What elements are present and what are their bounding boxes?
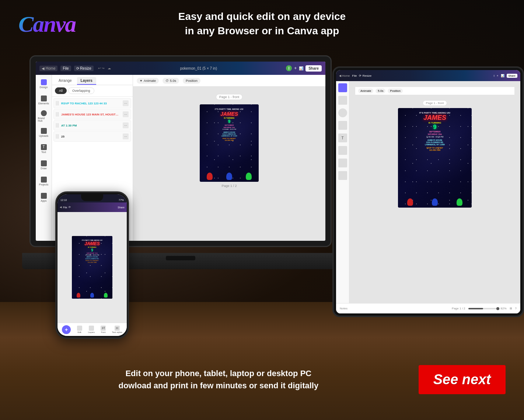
position-btn[interactable]: Position xyxy=(183,78,200,84)
tablet-animate-btn[interactable]: Animate xyxy=(358,88,373,93)
tablet-draw-icon[interactable] xyxy=(338,146,347,155)
layer-item-3[interactable]: AT 1:30 PM ⋯ xyxy=(53,120,131,131)
tablet-apps-icon[interactable] xyxy=(338,171,347,180)
tablet-home-btn[interactable]: ◀ Home xyxy=(339,74,350,77)
help-icon[interactable]: ? xyxy=(515,307,517,310)
layer-more-3[interactable]: ⋯ xyxy=(123,122,129,128)
file-btn[interactable]: File xyxy=(60,66,71,71)
tablet-share-btn[interactable]: Share xyxy=(507,74,517,78)
see-next-button[interactable]: See next xyxy=(419,365,506,394)
layer-more-4[interactable]: ⋯ xyxy=(123,133,129,139)
phone-edit-btn[interactable]: Edit xyxy=(77,326,82,333)
tablet-design-icon[interactable] xyxy=(338,83,347,92)
animate-icon: ✦ xyxy=(140,79,143,83)
phone-home[interactable]: ◀ xyxy=(60,206,62,209)
phone-share[interactable]: Share xyxy=(118,206,125,209)
sidebar-brandhub[interactable]: Brand Hub xyxy=(38,110,50,122)
drag-handle xyxy=(56,112,59,117)
sidebar-elements[interactable]: Elements xyxy=(38,94,50,106)
resize-btn[interactable]: ⟳ Resize xyxy=(74,66,94,71)
bottom-line2: dowload and print in few minutes or send… xyxy=(18,379,419,392)
home-btn[interactable]: ◀ Home xyxy=(39,66,57,71)
phone-char-green xyxy=(104,293,108,298)
tablet-char-green xyxy=(457,198,462,206)
sidebar-apps-label: Apps xyxy=(41,199,47,202)
chart-btn[interactable]: 📊 xyxy=(299,66,303,70)
progress-bar xyxy=(468,308,498,309)
document-title: pokemon_01 (5 × 7 in) xyxy=(180,66,217,70)
sidebar-brandhub-label: Brand Hub xyxy=(38,117,50,122)
sidebar-projects[interactable]: Projects xyxy=(38,175,50,187)
phone-time: 12:10 xyxy=(60,199,67,201)
layer-text-2: JAMES'S HOUSE 123 MAIN ST, HOUSTON, TX 7… xyxy=(61,113,120,116)
tablet-text-icon[interactable]: T xyxy=(338,133,347,142)
progress-thumb[interactable] xyxy=(496,307,499,310)
layer-text-1: RSVP TO RACHEL 123 123 44 33 xyxy=(61,102,120,105)
phone-inv-card: IT'S PARTY TIME AMONG US! JAMES IS TURNI… xyxy=(72,236,112,299)
phone-inv-address: JAMES'S HOUSE 1234 FLOWERS RD. xyxy=(85,256,99,260)
tablet-inv-name: JAMES xyxy=(423,114,446,122)
phone-topbar: ◀ File ⟳ Share xyxy=(57,202,127,212)
filter-overlapping[interactable]: Overlapping xyxy=(68,87,94,94)
tablet-characters xyxy=(398,195,472,206)
topbar-actions: I + 📊 Share xyxy=(286,65,322,72)
phone-font-btn[interactable]: Ff Font xyxy=(101,326,106,333)
tablet-resize-btn[interactable]: ⟳ Resize xyxy=(359,74,371,77)
inv-card-content: IT'S PARTY TIME AMONG US! JAMES IS TURNI… xyxy=(200,104,259,182)
notes-label: Notes xyxy=(340,307,347,310)
tablet-inv-card: IT'S PARTY TIME AMONG US! JAMES IS TURNI… xyxy=(398,108,472,208)
phone-resize[interactable]: ⟳ xyxy=(69,206,71,209)
layer-item-2[interactable]: JAMES'S HOUSE 123 MAIN ST, HOUSTON, TX 7… xyxy=(53,109,131,119)
char-green xyxy=(246,173,252,180)
tablet-inv-rsvp: RSVP TO LINDSEY 123.456.7890 xyxy=(427,147,443,151)
phone-screen: 12:10 77% ◀ File ⟳ Share IT'S PARTY TIME… xyxy=(57,194,127,336)
tablet-chart[interactable]: 📊 xyxy=(501,74,504,77)
layer-more-1[interactable]: ⋯ xyxy=(123,100,129,106)
tablet-elements-icon[interactable] xyxy=(338,96,347,105)
inv-age: 9 xyxy=(228,119,230,124)
layer-item-4[interactable]: 25 ⋯ xyxy=(53,131,131,142)
tagline-line2: in any Browser or in Canva app xyxy=(0,24,524,38)
tablet-time-btn[interactable]: 5.0s xyxy=(375,88,385,93)
tablet-brandhub-icon[interactable] xyxy=(338,108,347,117)
animate-btn[interactable]: ✦ Animate xyxy=(137,78,159,84)
sidebar-icons: Design Elements Brand Hub Uploads xyxy=(36,75,52,241)
time-btn[interactable]: ⏱ 5.0s xyxy=(163,78,179,84)
layer-text-4: 25 xyxy=(61,135,120,138)
sidebar-elements-label: Elements xyxy=(38,102,49,105)
phone-inv-rsvp: RSVP TO LINDSEY 123.456.7890 xyxy=(85,260,99,263)
tablet-plus[interactable]: + xyxy=(497,74,499,77)
tablet-projects-icon[interactable] xyxy=(338,159,347,167)
sidebar-draw-label: Draw xyxy=(41,167,46,170)
phone-fab[interactable]: + xyxy=(62,325,71,334)
tablet-inv-time: 12:00 AM - 03:00 PM xyxy=(426,136,444,138)
layer-item-1[interactable]: RSVP TO RACHEL 123 123 44 33 ⋯ xyxy=(53,98,131,108)
tablet-uploads-icon[interactable] xyxy=(338,121,347,130)
sidebar-apps[interactable]: Apps xyxy=(38,191,50,203)
sidebar-uploads[interactable]: Uploads xyxy=(38,126,50,138)
tablet-inv-address: JAMES'S HOUSE 1234 FLOWERS RD. LAWRENCE,… xyxy=(425,139,445,146)
filter-all[interactable]: All xyxy=(55,87,67,94)
share-button[interactable]: Share xyxy=(305,65,322,72)
phone-layers-btn[interactable]: Layers xyxy=(88,326,95,333)
sidebar-design[interactable]: Design xyxy=(38,78,50,90)
layers-tab[interactable]: Layers xyxy=(77,77,96,85)
grid-view-icon[interactable]: ⊞ xyxy=(510,307,512,310)
header-tagline: Easy and quick edit on any device in any… xyxy=(0,9,524,38)
tablet-position-btn[interactable]: Position xyxy=(388,88,402,93)
sidebar-draw[interactable]: Draw xyxy=(38,159,50,171)
arrange-tab[interactable]: Arrange xyxy=(55,77,76,85)
phone-textstyles-btn[interactable]: H Text styles xyxy=(112,326,122,333)
invitation-card-laptop: IT'S PARTY TIME AMONG US! JAMES IS TURNI… xyxy=(200,104,259,182)
sidebar-text[interactable]: T Text xyxy=(38,143,50,155)
tablet-user: I xyxy=(494,74,495,77)
tablet-char-red xyxy=(407,198,413,206)
sidebar-projects-label: Projects xyxy=(39,183,48,186)
tablet-file-btn[interactable]: File xyxy=(352,74,357,77)
layer-more-2[interactable]: ⋯ xyxy=(123,111,129,117)
bottom-line1: Edit on your phone, tablet, laptop or de… xyxy=(18,367,419,379)
tablet-main: T Animate 5.0s Position xyxy=(336,81,520,303)
tablet-ui: ◀ Home File ⟳ Resize I + 📊 Share T xyxy=(336,70,520,313)
plus-btn[interactable]: + xyxy=(294,66,297,71)
phone-file[interactable]: File xyxy=(63,206,67,209)
